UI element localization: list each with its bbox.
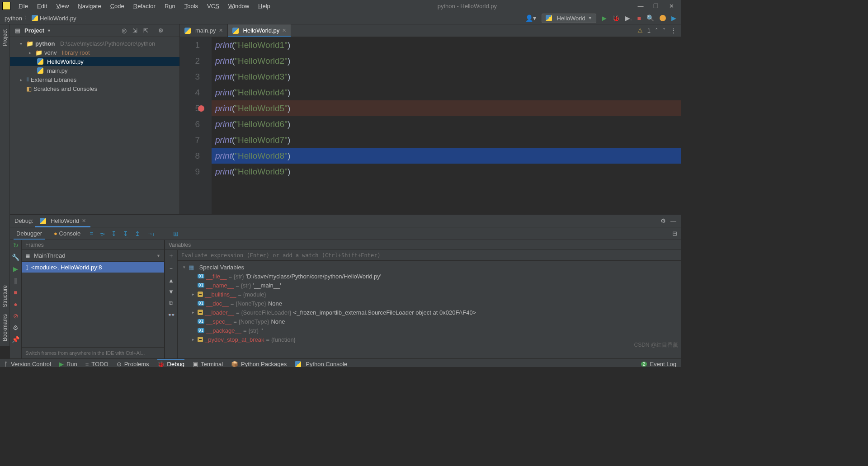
close-icon[interactable]: ✕	[219, 28, 223, 33]
tool-terminal[interactable]: ▣ Terminal	[193, 361, 223, 367]
settings-icon[interactable]: ⚙	[13, 324, 19, 331]
tree-file-helloworld[interactable]: HelloWorld.py	[10, 57, 179, 66]
chevron-down-icon[interactable]: ˅	[663, 27, 666, 34]
tool-debug[interactable]: 🐞 Debug	[157, 361, 184, 367]
breakpoints-icon[interactable]: ●	[14, 301, 17, 308]
down-icon[interactable]: ▼	[168, 288, 174, 295]
pin-icon[interactable]: 📌	[12, 336, 19, 343]
tool-event-log[interactable]: 2 Event Log	[641, 361, 676, 367]
window-minimize[interactable]: —	[637, 3, 644, 9]
menu-vcs[interactable]: VCS	[203, 3, 223, 9]
tree-external-libraries[interactable]: ▸ ⫴ External Libraries	[10, 75, 179, 84]
debug-icon[interactable]: 🐞	[612, 14, 620, 22]
remove-watch-icon[interactable]: －	[168, 264, 174, 273]
hide-icon[interactable]: —	[168, 27, 176, 34]
search-icon[interactable]: 🔍	[646, 14, 654, 22]
mute-bp-icon[interactable]: ⊘	[13, 312, 19, 320]
run-config-select[interactable]: HelloWorld ▼	[542, 14, 596, 23]
pause-icon[interactable]: ‖	[14, 277, 17, 284]
menu-refactor[interactable]: Refactor	[130, 3, 159, 9]
variable-row[interactable]: 01 __name__ = {str} '__main__'	[178, 281, 681, 290]
menu-file[interactable]: File	[15, 3, 32, 9]
thread-row[interactable]: ≣ MainThread ▼	[22, 250, 164, 262]
tab-helloworld[interactable]: HelloWorld.py ✕	[228, 24, 292, 37]
menu-window[interactable]: Window	[225, 3, 253, 9]
menu-code[interactable]: Code	[107, 3, 128, 9]
breadcrumb-file[interactable]: HelloWorld.py	[32, 15, 76, 22]
stack-icon[interactable]: ≡	[90, 230, 93, 237]
debugger-subtab[interactable]: Debugger	[14, 227, 45, 240]
close-icon[interactable]: ✕	[82, 218, 86, 224]
warning-icon[interactable]: ⚠	[637, 27, 643, 34]
layout-icon[interactable]: ⊟	[672, 230, 677, 237]
sidepanel-bookmarks[interactable]: Bookmarks	[2, 314, 8, 341]
variable-row[interactable]: ▸ __loader__ = {SourceFileLoader} <_froz…	[178, 308, 681, 317]
rerun-icon[interactable]: ↻	[13, 242, 19, 249]
chevron-right-icon[interactable]: ▸	[20, 77, 24, 82]
calculator-icon[interactable]: ⊞	[173, 230, 179, 237]
stop-icon[interactable]: ■	[637, 14, 641, 22]
editor-gutter[interactable]: 1234 56789	[180, 37, 212, 214]
menu-help[interactable]: Help	[255, 3, 274, 9]
variable-row[interactable]: 01 __spec__ = {NoneType} None	[178, 317, 681, 326]
tool-problems[interactable]: ⊙ Problems	[117, 361, 149, 367]
more-icon[interactable]: ⋮	[670, 27, 676, 34]
tool-version-control[interactable]: ᚶ Version Control	[5, 361, 51, 367]
hide-icon[interactable]: —	[670, 217, 676, 224]
add-watch-icon[interactable]: ＋	[168, 252, 174, 260]
chevron-down-icon[interactable]: ▼	[47, 28, 51, 33]
menu-tools[interactable]: Tools	[181, 3, 202, 9]
wrench-icon[interactable]: 🔧	[12, 254, 19, 261]
debug-tab-config[interactable]: HelloWorld ✕	[35, 215, 90, 227]
breakpoint-icon[interactable]	[198, 105, 204, 112]
tool-python-packages[interactable]: 📦 Python Packages	[231, 361, 287, 367]
special-variables-group[interactable]: ▾ ▦ Special Variables	[178, 263, 681, 272]
step-out-icon[interactable]: ↥	[135, 230, 140, 237]
variable-row[interactable]: 01 __file__ = {str} 'D:/save/myclass/Pyt…	[178, 272, 681, 281]
run-to-cursor-icon[interactable]: →ᵢ	[146, 230, 154, 237]
console-subtab[interactable]: ● Console	[51, 227, 83, 240]
evaluate-expression-input[interactable]	[181, 252, 677, 259]
chevron-down-icon[interactable]: ▾	[181, 265, 187, 269]
user-icon[interactable]: 👤▾	[525, 14, 536, 22]
expand-icon[interactable]: ⇲	[131, 27, 139, 34]
target-icon[interactable]: ◎	[120, 27, 128, 34]
tree-file-main[interactable]: main.py	[10, 66, 179, 75]
chevron-right-icon[interactable]: ▸	[190, 292, 196, 297]
chevron-right-icon[interactable]: ▸	[190, 337, 196, 342]
close-icon[interactable]: ✕	[282, 28, 286, 33]
window-maximize[interactable]: ❐	[652, 3, 660, 9]
gear-icon[interactable]: ⚙	[660, 217, 666, 224]
sidepanel-structure[interactable]: Structure	[2, 285, 8, 307]
variable-row[interactable]: ▸ _pydev_stop_at_break = {function}	[178, 335, 681, 344]
sidepanel-project[interactable]: Project	[2, 29, 8, 46]
tree-scratches[interactable]: ◧ Scratches and Consoles	[10, 84, 179, 93]
chevron-right-icon[interactable]: ▸	[190, 310, 196, 315]
window-close[interactable]: ✕	[668, 3, 675, 9]
stop-icon[interactable]: ■	[14, 289, 17, 296]
project-tree[interactable]: ▾ 📁 python D:\save\myclass\Python\core\p…	[10, 37, 179, 95]
run-anything-icon[interactable]: ▶	[671, 14, 676, 22]
gear-icon[interactable]: ⚙	[157, 27, 165, 34]
step-into-my-icon[interactable]: ↧̲	[123, 230, 128, 237]
menu-run[interactable]: Run	[161, 3, 179, 9]
up-icon[interactable]: ▲	[168, 277, 174, 284]
step-over-icon[interactable]: ⤼	[99, 230, 105, 237]
tab-main[interactable]: main.py ✕	[180, 24, 228, 37]
tool-python-console[interactable]: Python Console	[295, 361, 347, 367]
breadcrumb-project[interactable]: python	[5, 15, 22, 22]
chevron-up-icon[interactable]: ˄	[655, 27, 658, 34]
coverage-icon[interactable]: ▶.	[625, 14, 632, 22]
step-into-icon[interactable]: ↧	[111, 230, 117, 237]
stack-frame[interactable]: ▯ <module>, HelloWorld.py:8	[22, 262, 164, 273]
collapse-icon[interactable]: ⇱	[142, 27, 150, 34]
variable-row[interactable]: ▸ __builtins__ = {module}	[178, 290, 681, 299]
copy-icon[interactable]: ⧉	[169, 300, 173, 307]
resume-icon[interactable]: ▶	[13, 265, 18, 273]
bulb-icon[interactable]	[660, 15, 666, 21]
tool-run[interactable]: ▶ Run	[59, 361, 77, 367]
variable-row[interactable]: 01 __package__ = {str} ''	[178, 326, 681, 335]
tool-todo[interactable]: ≡ TODO	[85, 361, 108, 367]
menu-view[interactable]: View	[52, 3, 72, 9]
glasses-icon[interactable]: 👓	[168, 311, 175, 318]
